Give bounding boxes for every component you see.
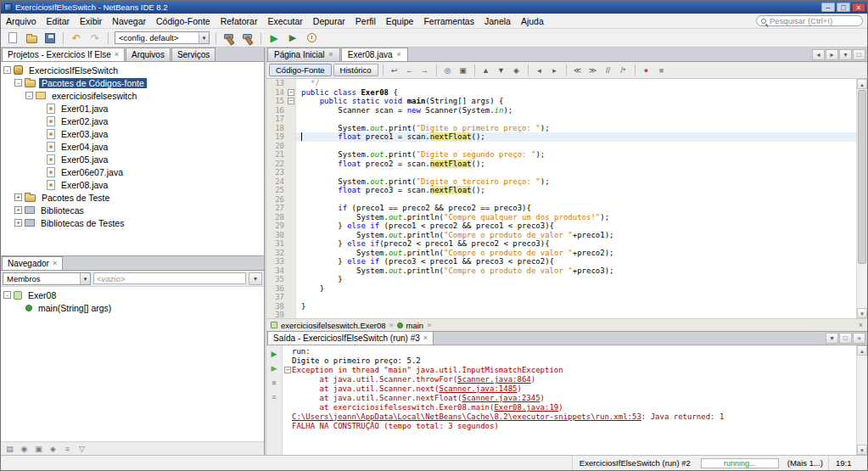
code-line-text[interactable]: System.out.print("Digite o primeiro preç… <box>296 124 856 133</box>
code-line-text[interactable]: float preco3 = scan.nextFloat(); <box>296 186 856 195</box>
status-task-label[interactable]: ExerciciosIfElseSwitch (run) #2 <box>572 456 697 470</box>
close-icon[interactable]: × <box>53 260 57 267</box>
output-maximize-icon[interactable]: □ <box>839 333 852 344</box>
chevron-down-icon[interactable]: ▾ <box>80 273 90 284</box>
tree-node[interactable]: +Bibliotecas de Testes <box>1 216 264 229</box>
projects-tab[interactable]: Arquivos <box>126 48 171 61</box>
tree-node[interactable]: -Pacotes de Códigos-fonte <box>1 76 264 89</box>
code-line-text[interactable]: float preco2 = scan.nextFloat(); <box>296 160 856 169</box>
code-line-text[interactable]: public static void main(String[] args) { <box>296 97 856 106</box>
editor-tab[interactable]: Página Inicial× <box>267 48 340 61</box>
sort-alpha-icon[interactable]: ≡ <box>62 445 73 453</box>
collapse-toggle-icon[interactable]: - <box>14 79 22 87</box>
menu-item[interactable]: Refatorar <box>216 14 263 28</box>
tree-node[interactable]: -exerciciosifelseswitch <box>1 89 264 102</box>
stacktrace-link[interactable]: Scanner.java:2345 <box>462 394 540 402</box>
build-project-button[interactable] <box>221 31 238 46</box>
scroll-down-icon[interactable]: ▾ <box>857 445 867 455</box>
code-line-text[interactable] <box>296 195 856 205</box>
close-button[interactable]: × <box>852 3 865 12</box>
code-line-text[interactable]: System.out.print("Digite o segundo preço… <box>296 150 856 160</box>
collapse-toggle-icon[interactable]: - <box>25 92 33 99</box>
menu-item[interactable]: Código-Fonte <box>151 14 216 28</box>
code-line-text[interactable] <box>296 293 856 302</box>
next-bookmark-icon[interactable]: ▼ <box>495 64 508 77</box>
shift-right-icon[interactable]: ≫ <box>586 64 600 77</box>
tree-node[interactable]: Exer06e07.java <box>1 165 264 178</box>
menu-item[interactable]: Navegar <box>107 14 151 28</box>
scroll-up-icon[interactable]: ▴ <box>857 79 867 89</box>
breadcrumb-close-icon[interactable]: × <box>859 321 863 329</box>
tab-output[interactable]: Saída - ExerciciosIfElseSwitch (run) #3 … <box>267 331 434 345</box>
menu-item[interactable]: Ajuda <box>516 14 549 28</box>
menu-item[interactable]: Equipe <box>381 14 419 28</box>
fold-toggle-icon[interactable]: − <box>288 89 294 96</box>
code-editor[interactable]: 13 */14−public class Exer08 {15− public … <box>266 79 856 318</box>
previous-bookmark-icon[interactable]: ▲ <box>479 64 493 77</box>
highlight-occurrences-icon[interactable]: ▣ <box>456 64 470 77</box>
scroll-up-icon[interactable]: ▴ <box>857 345 867 356</box>
minimize-button[interactable]: – <box>821 3 835 12</box>
fold-toggle-icon[interactable]: − <box>288 98 294 104</box>
tree-node[interactable]: -Exer08 <box>1 289 264 301</box>
tree-node[interactable]: -ExerciciosIfElseSwitch <box>1 64 264 76</box>
menu-item[interactable]: Depurar <box>308 14 350 28</box>
code-line-text[interactable]: public class Exer08 { <box>296 88 856 98</box>
code-line-text[interactable]: if (preco1 == preco2 && preco2 == preco3… <box>296 204 856 213</box>
source-view-button[interactable]: Código-Fonte <box>269 64 332 76</box>
forward-icon[interactable]: → <box>418 64 432 77</box>
find-selection-icon[interactable]: ◎ <box>441 64 455 77</box>
titlebar[interactable]: ExerciciosIfElseSwitch - NetBeans IDE 8.… <box>1 1 867 14</box>
code-line-text[interactable]: */ <box>296 79 856 88</box>
previous-occurrence-icon[interactable]: ◂ <box>533 64 546 77</box>
navigator-options-button[interactable]: ▾ <box>249 272 262 285</box>
navigator-view-select[interactable]: Membros ▾ <box>3 272 91 285</box>
save-all-button[interactable] <box>42 31 59 46</box>
menu-item[interactable]: Ferramentas <box>418 14 479 28</box>
code-line-text[interactable]: } else if (preco1 < preco2 && preco1 < p… <box>296 221 856 231</box>
stacktrace-link[interactable]: Exer08.java:19 <box>494 403 558 412</box>
code-line-text[interactable] <box>296 115 856 124</box>
maximize-button[interactable]: □ <box>837 3 850 12</box>
show-inherited-members-icon[interactable]: ▤ <box>4 445 15 453</box>
tree-node[interactable]: Exer02.java <box>1 115 264 127</box>
shift-left-icon[interactable]: ≪ <box>571 64 585 77</box>
redo-button[interactable]: ↷ <box>87 31 104 46</box>
code-line-text[interactable]: System.out.println("Compre o produto de … <box>296 249 856 258</box>
code-line-text[interactable]: System.out.println("Compre qualquer um d… <box>296 213 856 222</box>
projects-tab[interactable]: Serviços <box>171 48 216 61</box>
menu-item[interactable]: Editar <box>42 14 75 28</box>
editor-tab[interactable]: Exer08.java× <box>341 48 408 61</box>
history-view-button[interactable]: Histórico <box>333 64 378 76</box>
sort-by-source-icon[interactable]: ▽ <box>76 445 87 453</box>
tree-node[interactable]: Exer03.java <box>1 127 264 140</box>
expand-toggle-icon[interactable]: + <box>14 206 22 214</box>
close-icon[interactable]: × <box>423 334 428 342</box>
tree-node[interactable]: Exer08.java <box>1 178 264 191</box>
quick-search-input[interactable]: Pesquisar (Ctrl+I) <box>756 15 863 26</box>
menu-item[interactable]: Perfil <box>350 14 381 28</box>
code-line-text[interactable]: } else if (preco3 < preco1 && preco3 < p… <box>296 257 856 266</box>
collapse-toggle-icon[interactable]: - <box>3 291 11 299</box>
config-select[interactable]: <config. default> ▾ <box>115 31 210 44</box>
profile-project-button[interactable] <box>303 31 320 46</box>
rerun-with-params-icon[interactable]: ▶ <box>268 362 281 373</box>
toggle-bookmark-icon[interactable]: ◈ <box>510 64 524 77</box>
show-static-members-icon[interactable]: ▣ <box>33 445 44 453</box>
tree-node[interactable]: Exer01.java <box>1 102 264 115</box>
menu-item[interactable]: Janela <box>479 14 516 28</box>
uncomment-icon[interactable]: /* <box>617 64 630 77</box>
code-line-text[interactable]: } else if(preco2 < preco1 && preco2 < pr… <box>296 239 856 249</box>
code-line-text[interactable]: } <box>296 284 856 294</box>
collapse-toggle-icon[interactable]: - <box>3 66 11 74</box>
back-icon[interactable]: ← <box>403 64 417 77</box>
output-console[interactable]: run:Digite o primeiro preço: 5.2−Excepti… <box>283 345 856 455</box>
stacktrace-link[interactable]: C:\Users\jeann\AppData\Local\NetBeans\Ca… <box>292 412 641 421</box>
progress-bar[interactable]: running... <box>701 458 779 468</box>
code-line-text[interactable]: } <box>296 302 856 311</box>
clean-build-button[interactable] <box>239 31 256 46</box>
next-occurrence-icon[interactable]: ▸ <box>548 64 562 77</box>
output-scrollbar[interactable]: ▴ ▾ <box>856 345 867 455</box>
breadcrumb-class[interactable]: exerciciosifelseswitch.Exer08 <box>271 321 386 330</box>
expand-toggle-icon[interactable]: + <box>14 219 22 227</box>
